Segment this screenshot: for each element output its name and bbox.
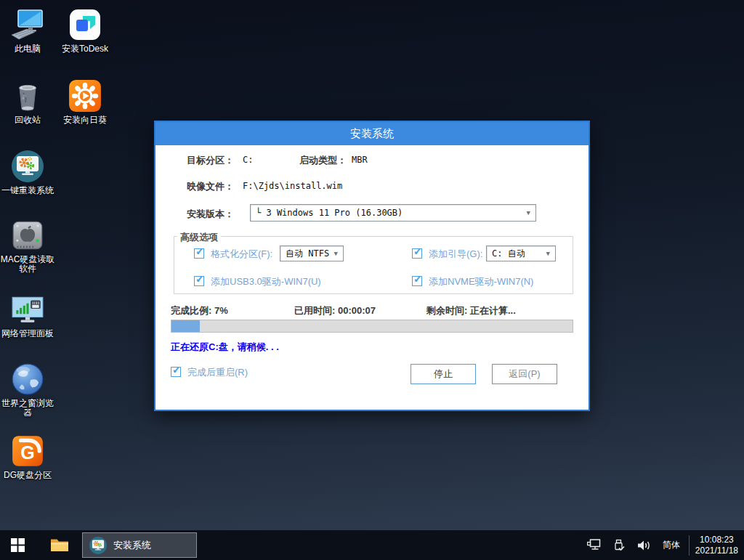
nvme-driver-checkbox[interactable]: ✓ [412, 276, 422, 286]
usb-device-icon [613, 539, 625, 552]
desktop-icon-label: 网络管理面板 [0, 329, 55, 338]
boot-type-value: MBR [352, 155, 368, 165]
desktop-icon-label: 一键重装系统 [0, 186, 55, 195]
folder-icon [50, 537, 69, 553]
install-system-task-icon [89, 536, 108, 555]
back-button[interactable]: 返回(P) [492, 364, 557, 384]
desktop-icon-label: 此电脑 [0, 44, 55, 54]
chevron-down-icon: ▼ [334, 251, 338, 257]
desktop-icon-label: DG硬盘分区 [0, 471, 55, 480]
clock[interactable]: 10:08:23 2021/11/18 [695, 535, 738, 556]
reboot-after-finish-checkbox[interactable]: ✓ [171, 367, 181, 377]
recycle-bin-icon [10, 78, 45, 113]
todesk-icon [68, 7, 102, 42]
network-tray-button[interactable] [587, 539, 602, 551]
task-button-label: 安装系统 [113, 539, 151, 552]
add-boot-select[interactable]: C: 自动 ▼ [486, 245, 556, 261]
desktop-icon-mac-disk[interactable]: MAC硬盘读取软件 [0, 218, 55, 274]
add-boot-label: 添加引导(G): [429, 248, 482, 261]
format-partition-value: 自动 NTFS [286, 248, 329, 260]
remaining-time-label: 剩余时间: 正在计算... [426, 304, 516, 317]
one-key-reinstall-icon [10, 149, 45, 184]
image-file-label: 映像文件： [187, 180, 234, 193]
ime-indicator[interactable]: 简体 [663, 539, 680, 551]
desktop-icon-sunlogin[interactable]: 安装向日葵 [57, 78, 113, 125]
dialog-title: 安装系统 [155, 122, 589, 145]
start-button[interactable] [0, 530, 35, 560]
progress-bar [171, 320, 573, 333]
chevron-down-icon: ▼ [527, 210, 530, 216]
desktop-icon-todesk[interactable]: 安装ToDesk [57, 7, 113, 54]
advanced-options-label: 高级选项 [177, 231, 221, 244]
desktop-icon-label: 安装ToDesk [57, 44, 113, 54]
this-pc-icon [10, 7, 45, 42]
desktop-icon-reinstall[interactable]: 一键重装系统 [0, 149, 55, 195]
taskbar: 安装系统 简体 10: [0, 530, 744, 560]
usb-driver-checkbox[interactable]: ✓ [194, 276, 204, 286]
add-boot-value: C: 自动 [492, 248, 525, 260]
clock-date: 2021/11/18 [695, 545, 738, 556]
check-icon: ✓ [195, 246, 204, 257]
install-version-value: └ 3 Windows 11 Pro (16.30GB) [256, 208, 403, 218]
network-panel-icon [10, 292, 45, 327]
svg-text:G: G [20, 442, 34, 463]
add-boot-checkbox[interactable]: ✓ [412, 248, 422, 259]
diskgenius-icon: G [10, 434, 45, 468]
file-explorer-button[interactable] [45, 530, 74, 560]
target-partition-value: C: [243, 155, 253, 165]
desktop-icon-browser[interactable]: 世界之窗浏览器 [0, 362, 55, 418]
world-window-browser-icon [10, 362, 45, 397]
check-icon: ✓ [413, 274, 422, 285]
status-text: 正在还原C:盘，请稍候. . . [171, 341, 279, 354]
mac-disk-icon [10, 218, 45, 253]
tray-divider [689, 535, 690, 556]
speaker-icon [636, 540, 651, 551]
target-partition-label: 目标分区： [187, 154, 234, 167]
boot-type-label: 启动类型： [299, 154, 347, 167]
desktop-icon-diskgenius[interactable]: G DG硬盘分区 [0, 434, 55, 480]
progress-fill [171, 320, 200, 332]
format-partition-label: 格式化分区(F): [211, 248, 272, 261]
system-tray: 简体 10:08:23 2021/11/18 [581, 530, 744, 560]
windows-logo-icon [11, 538, 25, 552]
nvme-driver-label: 添加NVME驱动-WIN7(N) [429, 275, 533, 288]
desktop-icon-label: 回收站 [0, 115, 55, 125]
usb-driver-label: 添加USB3.0驱动-WIN7(U) [211, 275, 321, 288]
install-system-dialog: 安装系统 目标分区： C: 启动类型： MBR 映像文件： F:\Zjds\in… [154, 121, 590, 411]
volume-tray-button[interactable] [636, 540, 651, 551]
check-icon: ✓ [195, 274, 204, 285]
reboot-after-finish-label: 完成后重启(R) [187, 366, 248, 379]
desktop-icon-this-pc[interactable]: 此电脑 [0, 7, 55, 54]
sunlogin-icon [68, 78, 102, 113]
install-version-select[interactable]: └ 3 Windows 11 Pro (16.30GB) ▼ [250, 204, 536, 222]
chevron-down-icon: ▼ [546, 251, 550, 257]
progress-percent-label: 完成比例: 7% [171, 304, 228, 317]
check-icon: ✓ [413, 246, 422, 257]
desktop-icon-label: MAC硬盘读取软件 [0, 255, 55, 274]
network-icon [587, 539, 602, 551]
elapsed-time-label: 已用时间: 00:00:07 [294, 304, 376, 317]
check-icon: ✓ [172, 365, 181, 376]
image-file-value: F:\Zjds\install.wim [243, 181, 342, 191]
usb-tray-button[interactable] [613, 539, 625, 552]
install-version-label: 安装版本： [187, 208, 234, 221]
format-partition-select[interactable]: 自动 NTFS ▼ [280, 245, 344, 261]
format-partition-checkbox[interactable]: ✓ [194, 248, 204, 259]
desktop-icon-recycle-bin[interactable]: 回收站 [0, 78, 55, 125]
desktop-icon-label: 世界之窗浏览器 [0, 399, 55, 418]
clock-time: 10:08:23 [695, 535, 738, 545]
taskbar-task-install-system[interactable]: 安装系统 [82, 532, 197, 558]
desktop-icon-network-panel[interactable]: 网络管理面板 [0, 292, 55, 338]
stop-button[interactable]: 停止 [411, 364, 476, 384]
desktop-icon-label: 安装向日葵 [57, 115, 113, 125]
